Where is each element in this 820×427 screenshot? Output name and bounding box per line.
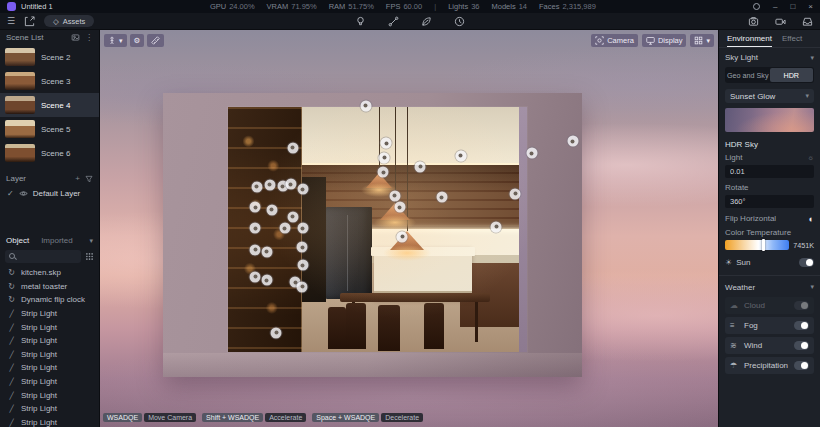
- light-gizmo[interactable]: [394, 202, 405, 213]
- weather-row[interactable]: Precipitation: [725, 357, 814, 374]
- scene-item[interactable]: Scene 3: [0, 69, 99, 93]
- light-gizmo[interactable]: [297, 223, 308, 234]
- weather-toggle[interactable]: [794, 321, 809, 330]
- display-button[interactable]: Display: [642, 34, 687, 47]
- navigation-mode-button[interactable]: ▾: [104, 34, 127, 47]
- light-gizmo[interactable]: [381, 138, 392, 149]
- sky-mode-option[interactable]: HDR: [770, 68, 814, 82]
- rotate-input[interactable]: [725, 195, 814, 208]
- viewport-3d-render[interactable]: ▾ ⚙ Camera Display: [100, 30, 718, 427]
- light-gizmo[interactable]: [264, 179, 275, 190]
- chevron-down-icon[interactable]: ▾: [810, 54, 814, 62]
- viewport-settings-button[interactable]: ⚙: [130, 34, 145, 47]
- object-item[interactable]: Strip Light: [0, 416, 99, 427]
- light-gizmo[interactable]: [279, 223, 290, 234]
- light-gizmo[interactable]: [251, 181, 262, 192]
- object-item[interactable]: Strip Light: [0, 334, 99, 348]
- panel-tab[interactable]: Environment: [727, 30, 772, 47]
- light-gizmo[interactable]: [397, 231, 408, 242]
- visibility-eye-icon[interactable]: [19, 189, 28, 198]
- flip-toggle-icon[interactable]: ◐: [809, 214, 814, 224]
- panel-tab[interactable]: Effect: [782, 30, 802, 47]
- object-collapse-icon[interactable]: ▾: [89, 237, 93, 245]
- object-item[interactable]: metal toaster: [0, 280, 99, 294]
- light-gizmo[interactable]: [567, 136, 578, 147]
- light-gizmo[interactable]: [297, 260, 308, 271]
- tab-object[interactable]: Object: [6, 236, 29, 245]
- object-item[interactable]: Strip Light: [0, 307, 99, 321]
- object-item[interactable]: Strip Light: [0, 388, 99, 402]
- light-gizmo[interactable]: [297, 281, 308, 292]
- light-gizmo[interactable]: [297, 184, 308, 195]
- account-icon[interactable]: [753, 3, 760, 10]
- weather-row[interactable]: Wind: [725, 337, 814, 354]
- render-video-icon[interactable]: [775, 16, 786, 27]
- color-temperature-slider[interactable]: [725, 240, 789, 250]
- light-unit-icon[interactable]: ☼: [808, 154, 814, 161]
- hdr-preset-dropdown[interactable]: Sunset Glow ▾: [725, 89, 814, 103]
- minimize-button[interactable]: –: [773, 2, 777, 11]
- hdr-preview-image[interactable]: [725, 108, 814, 132]
- close-button[interactable]: ×: [808, 2, 813, 11]
- add-layer-icon[interactable]: +: [75, 174, 80, 183]
- light-gizmo[interactable]: [389, 190, 400, 201]
- light-gizmo[interactable]: [250, 271, 261, 282]
- maximize-button[interactable]: □: [790, 2, 795, 11]
- light-gizmo[interactable]: [455, 150, 466, 161]
- weather-toggle[interactable]: [794, 361, 809, 370]
- light-gizmo[interactable]: [287, 142, 298, 153]
- object-item[interactable]: Strip Light: [0, 320, 99, 334]
- light-gizmo[interactable]: [285, 179, 296, 190]
- weather-toggle[interactable]: [794, 341, 809, 350]
- light-gizmo[interactable]: [250, 223, 261, 234]
- light-gizmo[interactable]: [250, 244, 261, 255]
- assets-button[interactable]: ◇ Assets: [44, 15, 94, 27]
- light-gizmo[interactable]: [297, 242, 308, 253]
- sky-mode-option[interactable]: Geo and Sky: [726, 68, 770, 82]
- object-item[interactable]: Dynamic flip clock: [0, 293, 99, 307]
- light-intensity-input[interactable]: [725, 165, 814, 178]
- object-item[interactable]: Strip Light: [0, 402, 99, 416]
- light-gizmo[interactable]: [379, 152, 390, 163]
- weather-row[interactable]: Fog: [725, 317, 814, 334]
- menu-icon[interactable]: ☰: [7, 16, 15, 26]
- light-gizmo[interactable]: [261, 246, 272, 257]
- object-item[interactable]: kitchen.skp: [0, 266, 99, 280]
- light-gizmo[interactable]: [436, 192, 447, 203]
- light-tool-icon[interactable]: [355, 16, 366, 27]
- light-gizmo[interactable]: [378, 167, 389, 178]
- light-gizmo[interactable]: [491, 221, 502, 232]
- layer-filter-icon[interactable]: [85, 175, 93, 183]
- vegetation-leaf-icon[interactable]: [421, 16, 432, 27]
- scene-item[interactable]: Scene 5: [0, 117, 99, 141]
- material-brush-icon[interactable]: [388, 16, 399, 27]
- object-item[interactable]: Strip Light: [0, 361, 99, 375]
- light-gizmo[interactable]: [266, 204, 277, 215]
- group-view-grid-icon[interactable]: [85, 252, 94, 261]
- weather-row[interactable]: Cloud: [725, 297, 814, 314]
- chevron-down-icon[interactable]: ▾: [810, 283, 814, 291]
- object-item[interactable]: Strip Light: [0, 375, 99, 389]
- camera-button[interactable]: Camera: [591, 34, 638, 47]
- object-search[interactable]: [5, 250, 81, 263]
- light-gizmo[interactable]: [261, 275, 272, 286]
- scene-item[interactable]: Scene 2: [0, 45, 99, 69]
- layer-item[interactable]: ✓ Default Layer: [0, 186, 99, 201]
- import-icon[interactable]: [24, 16, 35, 27]
- light-gizmo[interactable]: [510, 188, 521, 199]
- weather-toggle[interactable]: [794, 301, 809, 310]
- light-gizmo[interactable]: [271, 327, 282, 338]
- scene-list-menu-icon[interactable]: ⋮: [85, 33, 93, 42]
- tab-imported[interactable]: Imported: [41, 236, 73, 245]
- sun-study-clock-icon[interactable]: [454, 16, 465, 27]
- render-queue-inbox-icon[interactable]: [802, 16, 813, 27]
- light-gizmo[interactable]: [526, 148, 537, 159]
- light-gizmo[interactable]: [287, 211, 298, 222]
- scene-item[interactable]: Scene 4: [0, 93, 99, 117]
- render-image-icon[interactable]: [748, 16, 759, 27]
- measure-button[interactable]: [147, 34, 164, 47]
- object-item[interactable]: Strip Light: [0, 348, 99, 362]
- light-gizmo[interactable]: [250, 202, 261, 213]
- search-input[interactable]: [19, 252, 77, 261]
- scene-thumbnail-view-icon[interactable]: [71, 33, 80, 42]
